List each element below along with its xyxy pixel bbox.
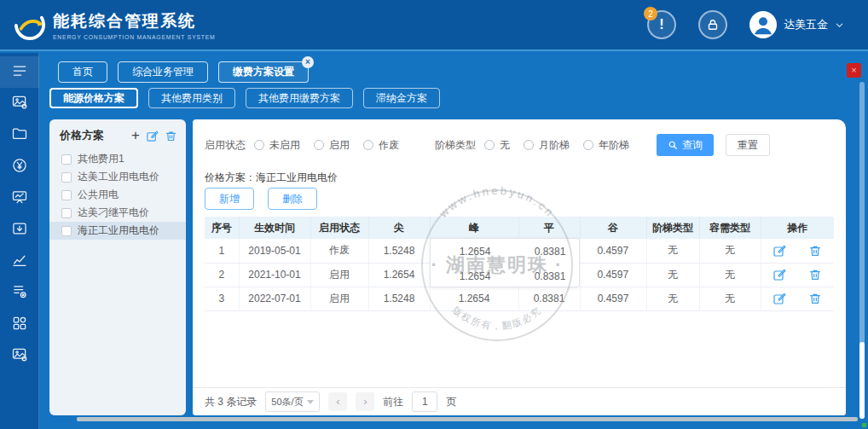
radio-icon[interactable] <box>583 140 593 150</box>
edit-plan-icon[interactable] <box>146 130 159 142</box>
edit-row-icon[interactable] <box>773 292 786 305</box>
avatar <box>749 11 777 38</box>
radio-label: 未启用 <box>269 138 300 153</box>
delete-row-icon[interactable] <box>808 244 822 258</box>
search-button[interactable]: 查询 <box>657 134 714 156</box>
sidebar-item-2[interactable] <box>0 119 39 151</box>
table-row: 32022-07-01启用1.52481.26540.83810.4597无无 <box>205 287 834 310</box>
dropdown-arrow-icon <box>307 400 314 404</box>
page-size-select[interactable]: 50条/页 <box>265 391 320 412</box>
sidebar-item-4[interactable] <box>0 183 39 214</box>
table-cell: 1.5248 <box>368 287 430 310</box>
radio-ladder-type-0[interactable]: 无 <box>484 138 510 153</box>
column-header: 启用状态 <box>310 217 368 239</box>
plan-list-item-2[interactable]: 公共用电 <box>49 186 186 204</box>
notification-button[interactable]: ! 2 <box>647 10 676 39</box>
delete-button[interactable]: 删除 <box>268 188 317 210</box>
total-records: 共 3 条记录 <box>205 395 257 409</box>
plan-list-item-4[interactable]: 海正工业用电电价 <box>49 222 186 240</box>
table-cell: 无 <box>699 239 761 263</box>
table-cell: 0.4597 <box>580 287 646 310</box>
add-button[interactable]: 新增 <box>205 188 254 210</box>
radio-icon[interactable] <box>524 140 534 150</box>
user-menu[interactable]: 达美五金 <box>749 11 844 38</box>
board-chart-icon <box>11 188 28 208</box>
table-cell: 启用 <box>310 287 368 310</box>
prev-page-button[interactable]: ‹ <box>328 392 347 411</box>
table-cell: 无 <box>646 263 699 287</box>
radio-enable-status-0[interactable]: 未启用 <box>254 138 300 153</box>
tab-sub-1[interactable]: 其他费用类别 <box>148 88 235 108</box>
radio-ladder-type-1[interactable]: 月阶梯 <box>524 138 570 153</box>
column-header: 谷 <box>580 217 646 239</box>
reset-button[interactable]: 重置 <box>726 134 770 156</box>
horizontal-scrollbar[interactable] <box>77 417 858 421</box>
radio-icon[interactable] <box>254 140 264 150</box>
vertical-scrollbar-thumb[interactable] <box>859 342 865 419</box>
edit-row-icon[interactable] <box>773 244 786 258</box>
radio-icon[interactable] <box>484 140 495 150</box>
plan-info-label: 价格方案： <box>205 171 256 183</box>
delete-row-icon[interactable] <box>808 292 822 305</box>
sidebar-item-3[interactable] <box>0 151 39 183</box>
line-chart-icon <box>11 252 28 271</box>
tab-main-0[interactable]: 首页 <box>58 61 107 83</box>
column-header: 生效时间 <box>239 217 310 239</box>
table-cell-actions <box>761 263 834 287</box>
close-tab-icon[interactable]: × <box>302 56 314 68</box>
checkbox[interactable] <box>61 172 72 183</box>
page-number-input[interactable] <box>412 391 437 412</box>
tab-main-1[interactable]: 综合业务管理 <box>118 61 208 83</box>
tab-label: 缴费方案设置 <box>233 65 294 79</box>
close-all-button[interactable]: × <box>847 63 861 78</box>
price-plan-panel: 价格方案 + 其他费用1达美工业用电电价公共用电达美刁继平电价海正工业用电电价 <box>49 119 186 415</box>
column-header: 尖 <box>368 217 430 239</box>
plan-list-item-1[interactable]: 达美工业用电电价 <box>49 168 186 186</box>
notification-badge: 2 <box>644 7 657 20</box>
checkbox[interactable] <box>61 226 72 236</box>
overlay-value: 1.2654 <box>431 264 519 288</box>
vertical-scrollbar[interactable] <box>859 82 865 419</box>
plan-list-item-3[interactable]: 达美刁继平电价 <box>49 204 186 222</box>
radio-icon[interactable] <box>314 140 324 150</box>
sidebar <box>0 53 39 429</box>
exclamation-icon: ! <box>659 17 663 32</box>
checkbox[interactable] <box>61 190 72 200</box>
detail-card: 启用状态 未启用启用作废 阶梯类型 无月阶梯年阶梯 查询 重置 价格方案：海正工… <box>193 119 846 415</box>
overlay-value: 0.8381 <box>519 264 581 288</box>
tab-sub-3[interactable]: 滞纳金方案 <box>363 88 440 108</box>
checkbox[interactable] <box>61 208 72 218</box>
table-cell: 2022-07-01 <box>239 287 310 310</box>
folder-download-icon <box>11 220 28 240</box>
delete-plan-icon[interactable] <box>165 130 177 142</box>
radio-enable-status-1[interactable]: 启用 <box>314 138 350 153</box>
edit-row-icon[interactable] <box>773 268 786 281</box>
plan-list-item-0[interactable]: 其他费用1 <box>49 150 186 168</box>
lock-button[interactable] <box>698 10 727 39</box>
radio-label: 无 <box>500 138 510 153</box>
sidebar-item-8[interactable] <box>0 309 39 340</box>
table-cell: 作废 <box>310 239 368 263</box>
checkbox[interactable] <box>61 154 72 165</box>
radio-ladder-type-2[interactable]: 年阶梯 <box>583 138 629 153</box>
sidebar-item-6[interactable] <box>0 246 39 277</box>
tab-sub-2[interactable]: 其他费用缴费方案 <box>246 88 353 108</box>
radio-icon[interactable] <box>363 140 373 150</box>
enable-status-label: 启用状态 <box>205 138 246 153</box>
tab-sub-0[interactable]: 能源价格方案 <box>49 88 138 108</box>
delete-row-icon[interactable] <box>808 268 822 281</box>
chevron-down-icon <box>835 20 844 30</box>
table-header-row: 序号生效时间启用状态尖峰平谷阶梯类型容需类型操作 <box>205 217 834 239</box>
sidebar-item-7[interactable] <box>0 277 39 309</box>
sidebar-item-1[interactable] <box>0 88 39 119</box>
sidebar-item-0[interactable] <box>0 56 39 88</box>
radio-label: 启用 <box>329 138 350 153</box>
add-plan-icon[interactable]: + <box>131 130 140 142</box>
next-page-button[interactable]: › <box>356 392 374 411</box>
sidebar-item-9[interactable] <box>0 340 39 372</box>
radio-enable-status-2[interactable]: 作废 <box>363 138 399 153</box>
tab-main-2[interactable]: 缴费方案设置× <box>218 61 309 83</box>
sidebar-item-5[interactable] <box>0 214 39 246</box>
resize-corner-dot <box>862 423 866 427</box>
table-cell: 2 <box>205 263 239 287</box>
